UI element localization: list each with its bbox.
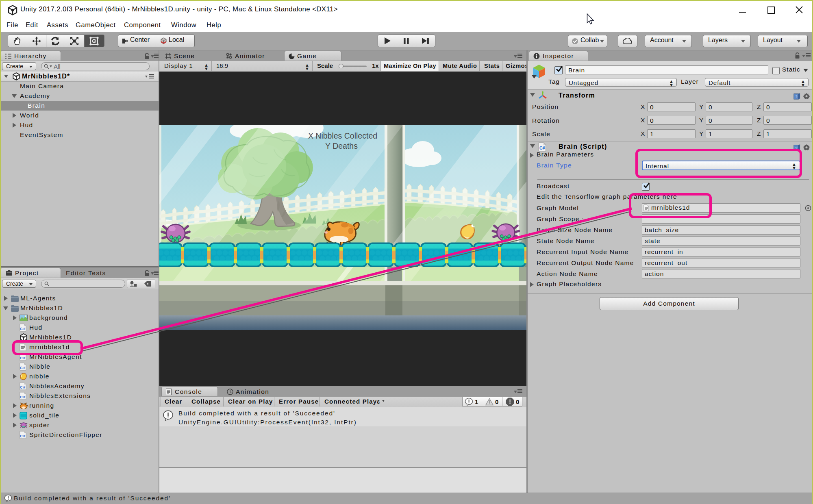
svg-text:C#: C#	[20, 385, 26, 389]
svg-text:C#: C#	[20, 366, 26, 370]
svg-text:?: ?	[795, 95, 797, 99]
svg-text:C#: C#	[20, 395, 26, 399]
svg-text:Y Deaths: Y Deaths	[325, 141, 358, 150]
svg-text:C#: C#	[539, 146, 545, 150]
svg-text:C#: C#	[20, 327, 26, 331]
svg-text:C#: C#	[20, 356, 26, 360]
svg-text:X Nibbles Collected: X Nibbles Collected	[308, 131, 377, 140]
svg-text:?: ?	[795, 146, 797, 150]
svg-text:C#: C#	[20, 434, 26, 438]
